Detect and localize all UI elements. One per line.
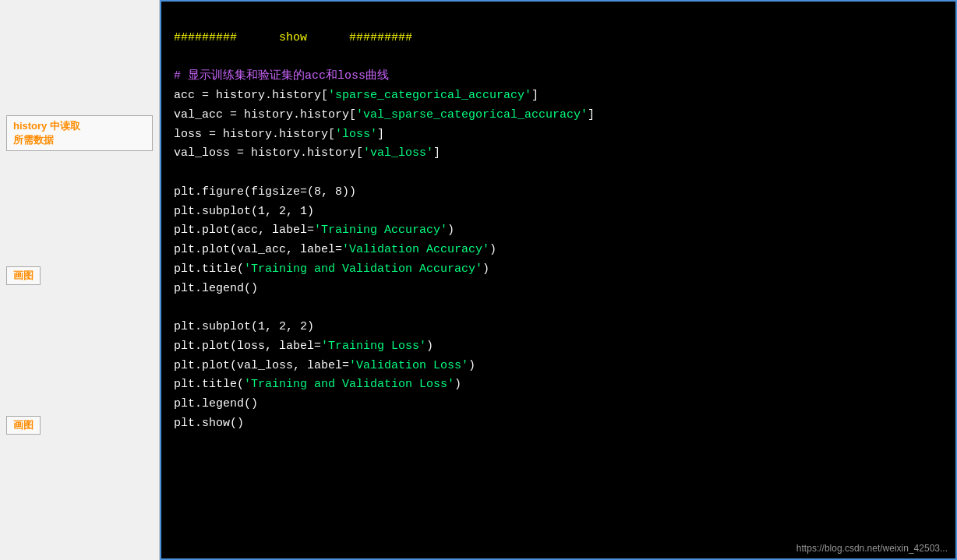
- line-figure: plt.figure(figsize=(8, 8)): [174, 185, 356, 199]
- annotation-plot1-box: 画图: [6, 266, 41, 285]
- line-plot-acc: plt.plot(acc, label='Training Accuracy'): [174, 224, 454, 237]
- annotation-plot2-box: 画图: [6, 416, 41, 435]
- line-plot-val-loss: plt.plot(val_loss, label='Validation Los…: [174, 359, 475, 372]
- annotation-plot2: 画图: [6, 416, 153, 435]
- line-subplot1: plt.subplot(1, 2, 1): [174, 205, 314, 218]
- line-legend1: plt.legend(): [174, 282, 258, 295]
- main-container: history 中读取 所需数据 画图 画图 ######### show ##…: [0, 0, 957, 560]
- line-acc: acc = history.history['sparse_categorica…: [174, 89, 539, 102]
- line-comment: # 显示训练集和验证集的acc和loss曲线: [174, 69, 389, 83]
- line-title-acc: plt.title('Training and Validation Accur…: [174, 262, 489, 276]
- code-panel: ######### show ######### # 显示训练集和验证集的acc…: [160, 0, 957, 560]
- annotation-plot1: 画图: [6, 266, 153, 285]
- annotation-history: history 中读取 所需数据: [6, 115, 153, 151]
- code-content: ######### show ######### # 显示训练集和验证集的acc…: [161, 2, 955, 460]
- line-subplot2: plt.subplot(1, 2, 2): [174, 320, 314, 333]
- line-title-loss: plt.title('Training and Validation Loss'…: [174, 378, 461, 391]
- line-loss: loss = history.history['loss']: [174, 128, 384, 141]
- line-val-loss: val_loss = history.history['val_loss']: [174, 146, 440, 160]
- annotation-history-text1: history 中读取: [13, 120, 80, 132]
- line-legend2: plt.legend(): [174, 397, 258, 410]
- line-val-acc: val_acc = history.history['val_sparse_ca…: [174, 108, 595, 122]
- watermark: https://blog.csdn.net/weixin_42503...: [796, 543, 948, 554]
- line-hashes: ######### show #########: [174, 31, 412, 44]
- annotation-plot2-text: 画图: [13, 419, 34, 431]
- annotation-history-text2: 所需数据: [13, 134, 54, 146]
- annotation-history-box: history 中读取 所需数据: [6, 115, 153, 151]
- sidebar: history 中读取 所需数据 画图 画图: [0, 0, 160, 560]
- annotation-plot1-text: 画图: [13, 269, 34, 281]
- line-plot-val-acc: plt.plot(val_acc, label='Validation Accu…: [174, 243, 496, 256]
- line-plot-loss: plt.plot(loss, label='Training Loss'): [174, 340, 433, 353]
- line-show: plt.show(): [174, 417, 244, 430]
